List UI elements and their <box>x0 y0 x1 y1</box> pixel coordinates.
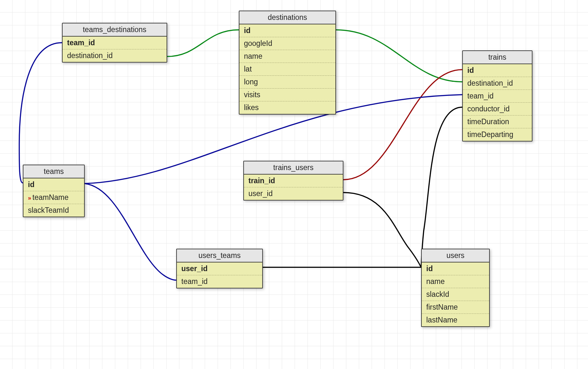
column-label: team_id <box>467 92 494 100</box>
index-icon: » <box>28 195 31 201</box>
column-lat[interactable]: lat <box>239 63 335 76</box>
column-slackTeamId[interactable]: slackTeamId <box>23 204 84 217</box>
table-teams[interactable]: teamsid»teamNameslackTeamId <box>23 165 85 217</box>
column-destination_id[interactable]: destination_id <box>63 49 167 62</box>
column-team_id[interactable]: team_id <box>463 90 532 103</box>
column-label: id <box>467 66 474 74</box>
column-visits[interactable]: visits <box>239 89 335 101</box>
column-train_id[interactable]: train_id <box>244 175 343 187</box>
column-label: slackId <box>426 290 449 298</box>
column-long[interactable]: long <box>239 76 335 89</box>
column-destination_id[interactable]: destination_id <box>463 77 532 90</box>
column-label: destination_id <box>467 79 513 87</box>
column-timeDuration[interactable]: timeDuration <box>463 116 532 128</box>
table-trains_users[interactable]: trains_userstrain_iduser_id <box>243 161 343 201</box>
column-label: visits <box>244 90 260 99</box>
table-users[interactable]: usersidnameslackIdfirstNamelastName <box>421 249 490 327</box>
column-label: teamName <box>32 193 68 202</box>
column-label: user_id <box>181 264 208 273</box>
column-timeDeparting[interactable]: timeDeparting <box>463 128 532 141</box>
column-label: lastName <box>426 316 457 324</box>
column-label: slackTeamId <box>28 206 69 214</box>
column-label: team_id <box>67 39 95 47</box>
column-team_id[interactable]: team_id <box>177 275 262 288</box>
column-label: lat <box>244 65 252 73</box>
column-label: name <box>244 52 263 60</box>
column-label: timeDeparting <box>467 130 513 139</box>
column-label: id <box>426 264 433 273</box>
table-title: users <box>422 249 489 262</box>
column-user_id[interactable]: user_id <box>177 262 262 275</box>
column-teamName[interactable]: »teamName <box>23 191 84 204</box>
column-label: id <box>28 180 34 189</box>
column-firstName[interactable]: firstName <box>422 301 489 314</box>
table-users_teams[interactable]: users_teamsuser_idteam_id <box>176 249 263 288</box>
table-title: users_teams <box>177 249 262 262</box>
column-slackId[interactable]: slackId <box>422 288 489 301</box>
column-id[interactable]: id <box>422 262 489 275</box>
column-id[interactable]: id <box>239 24 335 37</box>
column-name[interactable]: name <box>239 50 335 63</box>
table-teams_destinations[interactable]: teams_destinationsteam_iddestination_id <box>62 23 167 63</box>
column-id[interactable]: id <box>463 64 532 77</box>
column-label: firstName <box>426 303 458 311</box>
column-name[interactable]: name <box>422 275 489 288</box>
column-label: team_id <box>181 277 208 286</box>
column-label: id <box>244 26 250 35</box>
table-title: trains <box>463 51 532 64</box>
table-title: teams_destinations <box>63 23 167 37</box>
column-label: timeDuration <box>467 117 509 126</box>
column-label: long <box>244 78 258 86</box>
table-trains[interactable]: trainsiddestination_idteam_idconductor_i… <box>462 50 532 142</box>
column-lastName[interactable]: lastName <box>422 314 489 326</box>
column-likes[interactable]: likes <box>239 101 335 114</box>
column-conductor_id[interactable]: conductor_id <box>463 103 532 116</box>
column-label: likes <box>244 103 259 112</box>
column-team_id[interactable]: team_id <box>63 37 167 49</box>
column-id[interactable]: id <box>23 178 84 191</box>
column-googleId[interactable]: googleId <box>239 37 335 50</box>
table-title: teams <box>23 165 84 178</box>
table-destinations[interactable]: destinationsidgoogleIdnamelatlongvisitsl… <box>239 11 336 115</box>
table-title: destinations <box>239 11 335 24</box>
column-label: name <box>426 277 445 286</box>
column-user_id[interactable]: user_id <box>244 187 343 200</box>
column-label: destination_id <box>67 51 113 60</box>
table-title: trains_users <box>244 161 343 175</box>
column-label: train_id <box>248 176 275 185</box>
column-label: conductor_id <box>467 105 510 113</box>
column-label: googleId <box>244 39 272 47</box>
column-label: user_id <box>248 189 272 198</box>
